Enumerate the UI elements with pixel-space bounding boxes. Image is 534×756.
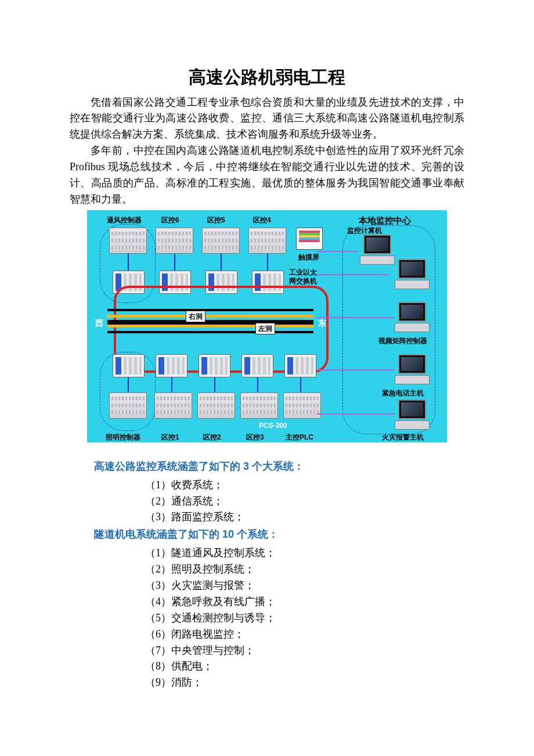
label-zone3: 区控3 [246, 432, 264, 442]
rack-bot-3 [197, 393, 235, 419]
rack-bot-2 [154, 393, 192, 419]
link-v4 [267, 254, 268, 271]
switch-bot-5 [284, 354, 316, 377]
label-touchscreen: 触摸屏 [298, 252, 319, 263]
paragraph-2: 多年前，中控在国内高速公路隧道机电控制系统中创造性的应用了双环光纤冗余 Prof… [70, 143, 464, 208]
link-h3 [317, 369, 395, 370]
rack-bot-5 [283, 393, 321, 419]
switch-bot-2 [156, 354, 187, 377]
pc-aux-1 [395, 259, 430, 289]
label-zone1: 区控1 [161, 432, 179, 442]
list-item: （1）隧道通风及控制系统； [145, 545, 464, 561]
diagram-container: 通风控制器 区控6 区控5 区控4 本地监控中心 监控计算机 触摸屏 工业以太 … [70, 210, 464, 442]
switch-bot-3 [199, 354, 230, 377]
link-h1 [317, 274, 389, 275]
touchscreen-icon [296, 228, 323, 250]
link-v1 [128, 254, 129, 271]
label-zone4: 区控4 [253, 215, 271, 226]
list-item: （8）供配电； [145, 658, 464, 675]
pc-monitor [360, 235, 395, 265]
rack-top-3 [202, 228, 240, 254]
label-left-tunnel: 左洞 [255, 323, 275, 335]
switch-bot-1 [113, 354, 145, 377]
network-diagram: 通风控制器 区控6 区控5 区控4 本地监控中心 监控计算机 触摸屏 工业以太 … [87, 210, 447, 442]
list-item: （1）收费系统； [145, 477, 464, 494]
list-item: （2）通信系统； [145, 494, 464, 510]
label-main-plc: 主控PLC [286, 432, 313, 442]
road-block [107, 309, 313, 333]
label-west: 西 [95, 317, 103, 330]
label-zone2: 区控2 [203, 432, 221, 442]
link-h0 [317, 251, 358, 252]
label-eth-2: 网交换机 [289, 276, 317, 287]
rack-bot-4 [240, 393, 278, 419]
list-item: （7）中央管理与控制； [145, 643, 464, 659]
list-item: （4）紧急呼救及有线广播； [145, 594, 464, 610]
list-item: （3）路面监控系统； [145, 509, 464, 525]
list-item: （5）交通检测控制与诱导； [145, 610, 464, 627]
label-pcs300: PCS-300 [259, 420, 287, 431]
link-h4 [317, 413, 395, 415]
rack-top-4 [248, 228, 286, 254]
list-item: （3）火灾监测与报警； [145, 578, 464, 594]
label-east: 东 [318, 317, 326, 330]
switch-bot-4 [241, 354, 273, 377]
label-right-tunnel: 右洞 [186, 311, 205, 323]
rack-top-2 [156, 228, 193, 254]
rack-bot-1 [109, 393, 147, 419]
list-item: （6）闭路电视监控； [145, 627, 464, 643]
paragraph-1: 凭借着国家公路交通工程专业承包综合资质和大量的业绩及先进技术的支撑，中控在智能交… [70, 95, 464, 143]
label-emergency-phone: 紧急电话主机 [382, 388, 424, 399]
link-vb4 [257, 377, 258, 392]
link-vb1 [128, 377, 129, 392]
link-vb2 [171, 377, 172, 392]
link-h2 [317, 317, 395, 318]
link-v2 [174, 254, 175, 271]
page-title: 高速公路机弱电工程 [70, 64, 464, 91]
pc-video-matrix [395, 302, 430, 332]
rack-top-1 [109, 228, 147, 254]
section2-heading: 隧道机电系统涵盖了如下的 10 个系统： [94, 527, 464, 543]
list-item: （9）消防； [145, 675, 464, 691]
link-vb5 [300, 377, 301, 392]
pc-emergency-phone [395, 354, 430, 384]
label-zone5: 区控5 [207, 215, 225, 226]
pc-fire-alarm [395, 399, 430, 430]
list-item: （2）照明及控制系统； [145, 561, 464, 578]
link-vb3 [214, 377, 215, 392]
section1-list: （1）收费系统； （2）通信系统； （3）路面监控系统； [145, 477, 464, 526]
section2-list: （1）隧道通风及控制系统； （2）照明及控制系统； （3）火灾监测与报警； （4… [145, 545, 464, 691]
label-zone6: 区控6 [161, 215, 179, 226]
link-v3 [221, 254, 222, 271]
label-fire-alarm: 火灾报警主机 [382, 432, 424, 442]
section1-heading: 高速公路监控系统涵盖了如下的 3 个大系统： [94, 459, 464, 475]
label-video-matrix: 视频矩阵控制器 [378, 336, 427, 347]
label-light-controller: 照明控制器 [106, 432, 140, 442]
